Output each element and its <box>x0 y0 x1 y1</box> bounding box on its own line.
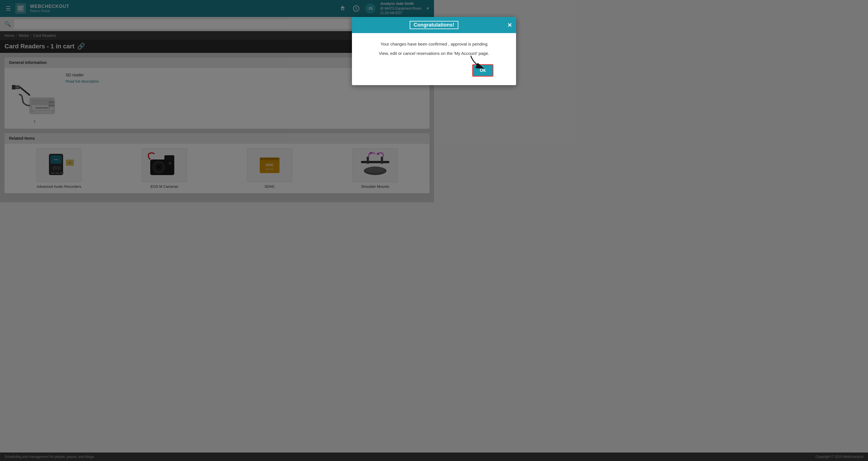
congratulations-modal: Congratulations! ✕ Your changes have bee… <box>352 17 434 85</box>
modal-overlay: Congratulations! ✕ Your changes have bee… <box>0 0 434 230</box>
modal-message1: Your changes have been confirmed , appro… <box>363 41 434 46</box>
modal-body: Your changes have been confirmed , appro… <box>352 33 434 85</box>
modal-header: Congratulations! ✕ <box>352 17 434 33</box>
modal-message2: View, edit or cancel reservations on the… <box>363 51 434 56</box>
modal-title: Congratulations! <box>410 21 434 29</box>
